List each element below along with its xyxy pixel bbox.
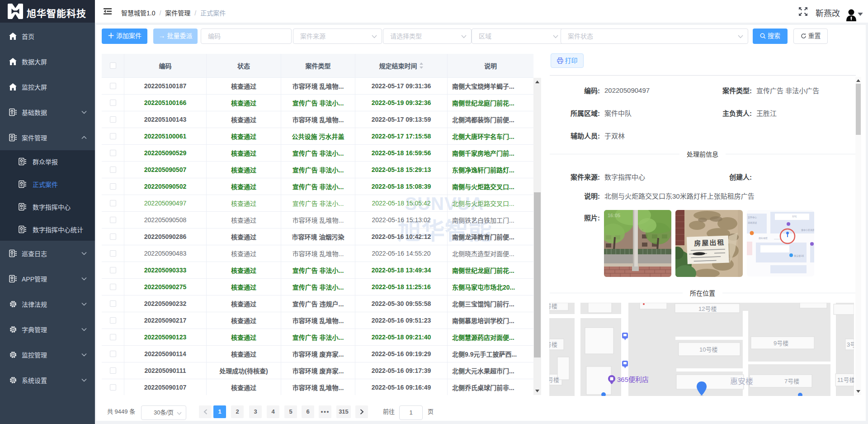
svg-text:场地测试: 场地测试 (748, 221, 757, 224)
svg-text:案件中心: 案件中心 (748, 216, 757, 219)
svg-text:365便利店: 365便利店 (617, 376, 649, 383)
svg-text:———: ——— (774, 238, 781, 240)
svg-text:惠安楼1栋: 惠安楼1栋 (794, 254, 804, 257)
svg-text:号楼: 号楼 (549, 376, 559, 383)
svg-text:号楼: 号楼 (549, 341, 557, 348)
svg-text:12号: 12号 (792, 215, 797, 218)
svg-text:7号楼: 7号楼 (784, 378, 799, 385)
svg-text:惠安楼: 惠安楼 (730, 377, 753, 386)
svg-text:惠中小区南区: 惠中小区南区 (801, 229, 814, 232)
svg-text:房屋出租: 房屋出租 (694, 238, 725, 247)
svg-text:9号楼: 9号楼 (774, 340, 788, 347)
svg-text:场年中区: 场年中区 (759, 237, 768, 240)
svg-text:3号: 3号 (847, 341, 854, 348)
svg-text:号楼: 号楼 (549, 303, 557, 310)
svg-text:10号楼: 10号楼 (699, 346, 717, 353)
svg-text:11号楼: 11号楼 (837, 376, 854, 383)
svg-text:16:05: 16:05 (608, 213, 620, 218)
svg-text:12号楼: 12号楼 (698, 305, 717, 312)
